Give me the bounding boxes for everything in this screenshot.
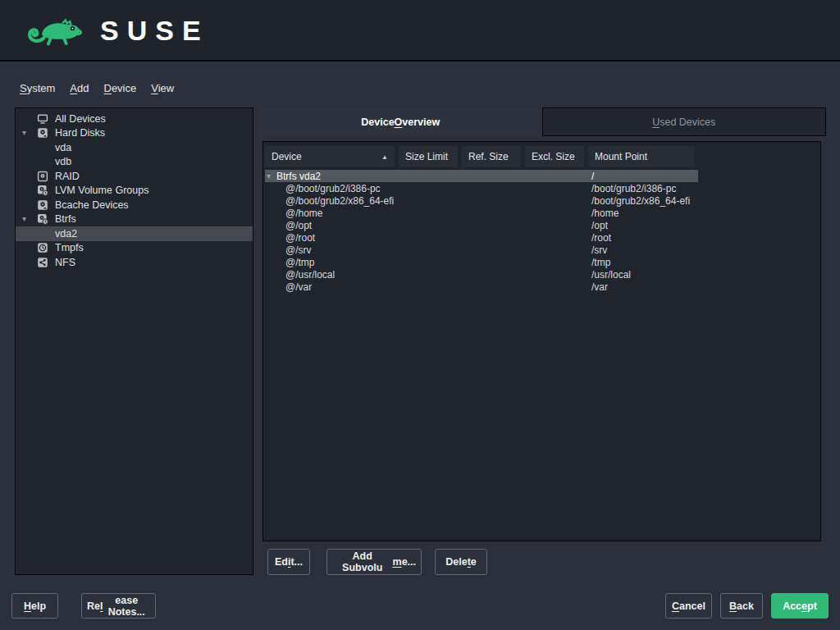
raid-icon xyxy=(37,171,55,182)
tree-label: Tmpfs xyxy=(55,242,84,253)
tree-item-bcache-devices[interactable]: Bcache Devices xyxy=(16,198,253,212)
tree-item-btrfs[interactable]: ▾ Btrfs xyxy=(16,212,253,227)
tree-item-vdb[interactable]: vdb xyxy=(16,155,253,170)
table-row-subvolume[interactable]: @/home /home xyxy=(265,207,698,219)
footer-right: Cancel Back Accept xyxy=(665,593,829,619)
tmpfs-clock-icon xyxy=(37,242,55,253)
tab-used-devices[interactable]: Used Devices xyxy=(542,107,827,136)
suse-header: SUSE xyxy=(0,0,840,62)
tree-item-lvm-volume-groups[interactable]: LVM Volume Groups xyxy=(16,184,253,199)
suse-logo: SUSE xyxy=(25,9,209,52)
accept-button[interactable]: Accept xyxy=(771,593,829,619)
tree-label: Btrfs xyxy=(55,213,76,225)
tab-device-overview[interactable]: Device Overview xyxy=(259,107,542,136)
delete-button[interactable]: Delete xyxy=(435,549,487,575)
tab-bar: Device Overview Used Devices xyxy=(259,107,826,136)
table-row-subvolume[interactable]: @/usr/local /usr/local xyxy=(265,268,698,281)
release-notes-button[interactable]: Release Notes... xyxy=(81,593,156,619)
tree-label: RAID xyxy=(55,171,80,182)
footer-left: Help Release Notes... xyxy=(11,593,156,619)
menu-view[interactable]: View xyxy=(151,80,174,96)
nfs-share-icon xyxy=(37,257,55,268)
add-subvolume-button[interactable]: Add Subvolume... xyxy=(326,549,422,575)
table-row-subvolume[interactable]: @/root /root xyxy=(265,231,698,244)
table-row-subvolume[interactable]: @/var /var xyxy=(265,281,698,293)
menu-device[interactable]: Device xyxy=(103,80,136,96)
menu-system[interactable]: System xyxy=(20,80,55,96)
table-actions: Edit... Add Subvolume... Delete xyxy=(267,549,487,575)
menu-add[interactable]: Add xyxy=(70,80,89,96)
suse-wordmark: SUSE xyxy=(100,16,209,44)
column-header-ref-size[interactable]: Ref. Size xyxy=(462,146,521,167)
tree-label: NFS xyxy=(55,257,75,268)
table-body: ▾ Btrfs vda2 / @/boot/grub2/i386-pc /boo… xyxy=(265,170,820,293)
tree-item-all-devices[interactable]: All Devices xyxy=(16,112,253,126)
column-header-device[interactable]: Device ▲ xyxy=(265,146,395,167)
bcache-disk-icon xyxy=(37,199,55,211)
back-button[interactable]: Back xyxy=(720,593,763,619)
table-row-subvolume[interactable]: @/tmp /tmp xyxy=(265,256,698,268)
hard-disk-icon xyxy=(37,127,55,139)
tree-label: vda xyxy=(55,142,71,153)
column-header-size-limit[interactable]: Size Limit xyxy=(399,146,458,167)
tree-item-vda2[interactable]: vda2 xyxy=(16,226,253,241)
suse-gecko-icon xyxy=(25,9,89,52)
tree-label: vda2 xyxy=(55,228,77,240)
tree-label: vdb xyxy=(55,156,71,167)
table-row-btrfs-vda2[interactable]: ▾ Btrfs vda2 / xyxy=(265,170,698,182)
table-row-subvolume[interactable]: @/srv /srv xyxy=(265,244,698,256)
tree-item-raid[interactable]: RAID xyxy=(16,169,253,184)
tree-item-nfs[interactable]: NFS xyxy=(16,255,253,270)
device-tree-panel: All Devices ▾ Hard Disks vda vdb xyxy=(15,107,253,575)
subvolume-table-panel: Device ▲ Size Limit Ref. Size Excl. Size… xyxy=(262,141,821,541)
edit-button[interactable]: Edit... xyxy=(267,549,310,575)
sort-ascending-icon: ▲ xyxy=(381,153,388,161)
tree-label: All Devices xyxy=(55,113,106,125)
menubar: System Add Device View xyxy=(20,80,174,96)
column-header-excl-size[interactable]: Excl. Size xyxy=(525,146,584,167)
tree-label: Bcache Devices xyxy=(55,199,129,211)
monitor-icon xyxy=(37,113,55,125)
lvm-disk-clock-icon xyxy=(37,185,55,196)
expander-open-icon[interactable]: ▾ xyxy=(16,129,37,137)
help-button[interactable]: Help xyxy=(11,593,58,619)
tree-item-hard-disks[interactable]: ▾ Hard Disks xyxy=(16,126,253,141)
tree-item-vda[interactable]: vda xyxy=(16,140,253,155)
cancel-button[interactable]: Cancel xyxy=(665,593,712,619)
table-row-subvolume[interactable]: @/boot/grub2/i386-pc /boot/grub2/i386-pc xyxy=(265,182,698,194)
table-row-subvolume[interactable]: @/boot/grub2/x86_64-efi /boot/grub2/x86_… xyxy=(265,194,698,207)
column-header-mount-point[interactable]: Mount Point xyxy=(588,146,695,167)
table-row-subvolume[interactable]: @/opt /opt xyxy=(265,219,698,231)
expander-open-icon[interactable]: ▾ xyxy=(16,215,37,223)
tree-label: LVM Volume Groups xyxy=(55,185,148,196)
tree-label: Hard Disks xyxy=(55,127,105,139)
tree-item-tmpfs[interactable]: Tmpfs xyxy=(16,241,253,256)
expander-open-icon[interactable]: ▾ xyxy=(267,172,276,180)
table-header-row: Device ▲ Size Limit Ref. Size Excl. Size… xyxy=(265,146,820,167)
btrfs-disk-clock-icon xyxy=(37,213,55,225)
